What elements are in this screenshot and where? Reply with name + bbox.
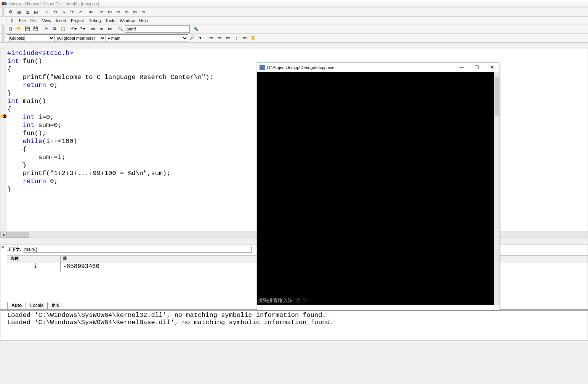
wiz6-icon[interactable]: ✋	[249, 34, 257, 42]
watch-tab-this[interactable]: this	[48, 302, 63, 309]
save-all-icon[interactable]: 💾	[32, 25, 40, 33]
compile-icon[interactable]: ⚙	[7, 8, 14, 16]
wiz2-icon[interactable]: ▭	[216, 34, 223, 42]
wizbar-toolbar: [Globals] [All global members] ♦ main 🔎 …	[0, 34, 588, 43]
doc-icon[interactable]: ▯	[8, 17, 16, 24]
watch-tab-auto[interactable]: Auto	[7, 302, 26, 309]
window5-icon[interactable]: ▭	[131, 8, 139, 16]
gripper[interactable]	[2, 25, 5, 33]
step-into-icon[interactable]: ↘	[59, 8, 67, 16]
console-window[interactable]: D:\Project\dotcpp\Debug\dotcpp.exe ― ☐ ✕…	[257, 63, 500, 310]
new-icon[interactable]: 🗋	[7, 25, 14, 33]
context-bar: 上下文:	[7, 245, 252, 254]
open-icon[interactable]: 📂	[15, 25, 23, 33]
context-label: 上下文:	[7, 247, 21, 252]
copy-icon[interactable]: ⧉	[51, 25, 59, 33]
gripper[interactable]	[2, 8, 5, 16]
members-select[interactable]: [All global members]	[55, 34, 106, 42]
svg-point-1	[3, 2, 7, 5]
context-input[interactable]	[23, 246, 252, 253]
search-icon[interactable]: 🔦	[192, 25, 200, 33]
menu-window[interactable]: Window	[117, 18, 137, 24]
output-tabs: ◂▸ 调试	[7, 341, 33, 341]
wiz3-icon[interactable]: ▭	[224, 34, 232, 42]
menu-tools[interactable]: Tools	[103, 18, 118, 24]
menu-project[interactable]: Project	[69, 18, 86, 24]
build-icon[interactable]: ▦	[15, 8, 23, 16]
minimize-button[interactable]: ―	[454, 63, 469, 72]
paste-icon[interactable]: 📋	[59, 25, 67, 33]
menu-help[interactable]: Help	[137, 18, 150, 24]
window1-icon[interactable]: ▭	[98, 8, 105, 16]
menu-file[interactable]: File	[17, 18, 28, 24]
step-out-icon[interactable]: ↗	[76, 8, 84, 16]
menubar: ▯ FileEditViewInsertProjectDebugToolsWin…	[0, 17, 588, 24]
stop-build-icon[interactable]: ▨	[24, 8, 31, 16]
window3-icon[interactable]: ▭	[114, 8, 122, 16]
quickwatch-icon[interactable]: 👁	[87, 8, 95, 16]
redo-icon[interactable]: ↷▾	[79, 25, 86, 33]
breakpoint-marker[interactable]	[0, 113, 7, 119]
output-icon[interactable]: ▭	[98, 25, 105, 33]
find-icon[interactable]: 🔍	[117, 25, 124, 33]
menu-edit[interactable]: Edit	[28, 18, 40, 24]
watch-tabs: AutoLocalsthis	[7, 302, 63, 309]
dropdown-icon[interactable]: ▾	[197, 34, 204, 42]
watch-tab-locals[interactable]: Locals	[26, 302, 48, 309]
scope-select[interactable]: [Globals]	[7, 34, 55, 42]
window-title: dotcpp - Microsoft Visual C++ [break] - …	[8, 2, 99, 6]
gripper[interactable]	[4, 17, 7, 24]
output-pane[interactable]: Loaded 'C:\Windows\SysWOW64\kernel32.dll…	[0, 310, 588, 341]
console-titlebar[interactable]: D:\Project\dotcpp\Debug\dotcpp.exe ― ☐ ✕	[257, 63, 500, 72]
editor-gutter[interactable]	[0, 48, 7, 238]
ime-status: 搜狗拼音输入法 全 :	[258, 297, 306, 304]
standard-toolbar: 🗋 📂 💾 💾 ✂ ⧉ 📋 ↶▾ ↷▾ ▭ ▭ ▭ 🔍 🔦	[0, 24, 588, 34]
console-title: D:\Project\dotcpp\Debug\dotcpp.exe	[267, 65, 454, 70]
scroll-left-icon[interactable]: ◂	[0, 232, 6, 238]
output-tab-debug[interactable]: ◂▸ 调试	[7, 341, 33, 341]
function-select[interactable]: ♦ main	[106, 34, 188, 42]
restart-icon[interactable]: ⟲	[51, 8, 59, 16]
console-app-icon	[260, 65, 265, 70]
save-icon[interactable]: 💾	[24, 25, 31, 33]
menu-insert[interactable]: Insert	[53, 18, 69, 24]
goto-icon[interactable]: 🔎	[188, 34, 196, 42]
go-icon[interactable]: ➤	[43, 8, 50, 16]
window4-icon[interactable]: ▭	[123, 8, 130, 16]
workspace-icon[interactable]: ▭	[89, 25, 97, 33]
menu-view[interactable]: View	[40, 18, 54, 24]
wiz4-icon[interactable]: !	[232, 34, 240, 42]
window6-icon[interactable]: ▭	[139, 8, 147, 16]
app-icon	[2, 1, 7, 6]
undo-icon[interactable]: ↶▾	[70, 25, 78, 33]
scroll-thumb[interactable]	[495, 77, 499, 116]
wiz1-icon[interactable]: ▭	[207, 34, 215, 42]
console-vertical-scrollbar[interactable]	[494, 72, 500, 305]
window2-icon[interactable]: ▭	[106, 8, 114, 16]
maximize-button[interactable]: ☐	[469, 63, 484, 72]
menu-debug[interactable]: Debug	[86, 18, 103, 24]
debug-toolbar: ⚙ ▦ ▨ ▤ ➤ ⟲ ↘ ↷ ↗ 👁 ▭ ▭ ▭ ▭ ▭ ▭	[0, 8, 588, 17]
wiz5-icon[interactable]: ▭	[241, 34, 248, 42]
console-body[interactable]: 搜狗拼音输入法 全 :	[257, 72, 500, 305]
windowlist-icon[interactable]: ▭	[106, 25, 114, 33]
code-content[interactable]: #include<stdio.h>int fun(){ printf("Welc…	[7, 49, 213, 193]
find-input[interactable]	[125, 25, 190, 33]
gripper[interactable]	[2, 34, 5, 42]
step-over-icon[interactable]: ↷	[68, 8, 75, 16]
window-titlebar: dotcpp - Microsoft Visual C++ [break] - …	[0, 0, 588, 8]
cut-icon[interactable]: ✂	[43, 25, 50, 33]
close-button[interactable]: ✕	[484, 63, 500, 72]
scroll-thumb[interactable]	[6, 232, 29, 238]
close-icon[interactable]: ✕	[1, 245, 6, 250]
execute-icon[interactable]: ▤	[32, 8, 40, 16]
col-name[interactable]: 名称	[7, 255, 61, 263]
